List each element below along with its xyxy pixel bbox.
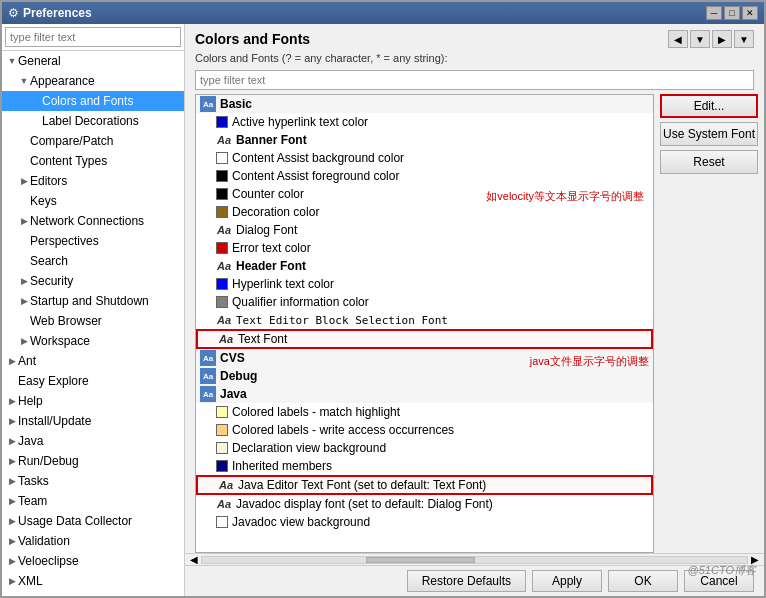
list-item-7[interactable]: AaDialog Font [196,221,653,239]
tree-label-startup-shutdown: Startup and Shutdown [30,292,149,310]
list-item-5[interactable]: Counter color [196,185,653,203]
tree-item-easy-explore[interactable]: Easy Explore [2,371,184,391]
list-item-13[interactable]: AaText Font [196,329,653,349]
list-item-14[interactable]: AaCVS [196,349,653,367]
panel-header: Colors and Fonts ◀ ▼ ▶ ▼ [185,24,764,52]
ok-button[interactable]: OK [608,570,678,592]
tree-item-validation[interactable]: ▶Validation [2,531,184,551]
font-icon: Aa [216,224,232,236]
tree-item-appearance[interactable]: ▼Appearance [2,71,184,91]
list-item-9[interactable]: AaHeader Font [196,257,653,275]
list-item-23[interactable]: Javadoc view background [196,513,653,531]
tree-item-install-update[interactable]: ▶Install/Update [2,411,184,431]
tree-item-web-browser[interactable]: Web Browser [2,311,184,331]
tree-item-perspectives[interactable]: Perspectives [2,231,184,251]
list-item-0[interactable]: AaBasic [196,95,653,113]
list-item-21[interactable]: AaJava Editor Text Font (set to default:… [196,475,653,495]
horizontal-scrollbar[interactable]: ◀ ▶ [185,553,764,565]
color-swatch [216,206,228,218]
list-item-3[interactable]: Content Assist background color [196,149,653,167]
tree-item-keys[interactable]: Keys [2,191,184,211]
nav-dropdown-button[interactable]: ▼ [690,30,710,48]
tree-arrow-general: ▼ [6,55,18,67]
list-item-6[interactable]: Decoration color [196,203,653,221]
item-label: Counter color [232,187,304,201]
group-icon: Aa [200,350,216,366]
color-swatch [216,152,228,164]
tree-item-help[interactable]: ▶Help [2,391,184,411]
nav-menu-button[interactable]: ▼ [734,30,754,48]
tree-item-network-connections[interactable]: ▶Network Connections [2,211,184,231]
tree-item-workspace[interactable]: ▶Workspace [2,331,184,351]
list-item-8[interactable]: Error text color [196,239,653,257]
list-item-16[interactable]: AaJava [196,385,653,403]
tree-item-colors-and-fonts[interactable]: Colors and Fonts [2,91,184,111]
tree-label-network-connections: Network Connections [30,212,144,230]
list-item-15[interactable]: AaDebug [196,367,653,385]
tree-arrow-keys [18,195,30,207]
list-item-18[interactable]: Colored labels - write access occurrence… [196,421,653,439]
list-item-10[interactable]: Hyperlink text color [196,275,653,293]
scroll-right-btn[interactable]: ▶ [748,554,762,565]
tree-item-startup-shutdown[interactable]: ▶Startup and Shutdown [2,291,184,311]
use-system-font-button[interactable]: Use System Font [660,122,758,146]
list-item-4[interactable]: Content Assist foreground color [196,167,653,185]
cancel-button[interactable]: Cancel [684,570,754,592]
nav-back-button[interactable]: ◀ [668,30,688,48]
apply-button[interactable]: Apply [532,570,602,592]
tree-label-team: Team [18,492,47,510]
scroll-left-btn[interactable]: ◀ [187,554,201,565]
edit-button[interactable]: Edit... [660,94,758,118]
tree-item-content-types[interactable]: Content Types [2,151,184,171]
tree-item-xml[interactable]: ▶XML [2,571,184,591]
tree-item-security[interactable]: ▶Security [2,271,184,291]
color-swatch [216,242,228,254]
item-label: Content Assist background color [232,151,404,165]
scroll-track[interactable] [201,556,748,564]
close-button[interactable]: ✕ [742,6,758,20]
maximize-button[interactable]: □ [724,6,740,20]
scroll-thumb[interactable] [366,557,475,563]
tree-label-label-decorations: Label Decorations [42,112,139,130]
list-item-1[interactable]: Active hyperlink text color [196,113,653,131]
tree-label-workspace: Workspace [30,332,90,350]
tree-item-ant[interactable]: ▶Ant [2,351,184,371]
tree-arrow-usage-data: ▶ [6,515,18,527]
list-item-2[interactable]: AaBanner Font [196,131,653,149]
minimize-button[interactable]: ─ [706,6,722,20]
nav-forward-button[interactable]: ▶ [712,30,732,48]
tree-item-general[interactable]: ▼General [2,51,184,71]
group-icon: Aa [200,96,216,112]
items-list[interactable]: AaBasicActive hyperlink text colorAaBann… [195,94,654,553]
font-icon: Aa [216,260,232,272]
tree-item-veloeclipse[interactable]: ▶Veloeclipse [2,551,184,571]
tree-item-label-decorations[interactable]: Label Decorations [2,111,184,131]
list-item-11[interactable]: Qualifier information color [196,293,653,311]
list-item-17[interactable]: Colored labels - match highlight [196,403,653,421]
tree-item-compare-patch[interactable]: Compare/Patch [2,131,184,151]
item-label: Text Editor Block Selection Font [236,314,448,327]
list-item-19[interactable]: Declaration view background [196,439,653,457]
left-filter-input[interactable] [5,27,181,47]
item-label: Qualifier information color [232,295,369,309]
tree-item-java[interactable]: ▶Java [2,431,184,451]
right-filter-input[interactable] [195,70,754,90]
tree-item-editors[interactable]: ▶Editors [2,171,184,191]
tree-item-tasks[interactable]: ▶Tasks [2,471,184,491]
group-label: CVS [220,351,245,365]
list-item-12[interactable]: AaText Editor Block Selection Font [196,311,653,329]
tree-arrow-security: ▶ [18,275,30,287]
tree-item-team[interactable]: ▶Team [2,491,184,511]
list-item-20[interactable]: Inherited members [196,457,653,475]
tree-item-usage-data[interactable]: ▶Usage Data Collector [2,511,184,531]
item-label: Banner Font [236,133,307,147]
reset-button[interactable]: Reset [660,150,758,174]
item-label: Text Font [238,332,287,346]
list-item-22[interactable]: AaJavadoc display font (set to default: … [196,495,653,513]
restore-defaults-button[interactable]: Restore Defaults [407,570,526,592]
title-bar-left: ⚙ Preferences [8,6,92,20]
tree-item-run-debug[interactable]: ▶Run/Debug [2,451,184,471]
tree-label-colors-and-fonts: Colors and Fonts [42,92,133,110]
tree-item-search[interactable]: Search [2,251,184,271]
tree-arrow-veloeclipse: ▶ [6,555,18,567]
